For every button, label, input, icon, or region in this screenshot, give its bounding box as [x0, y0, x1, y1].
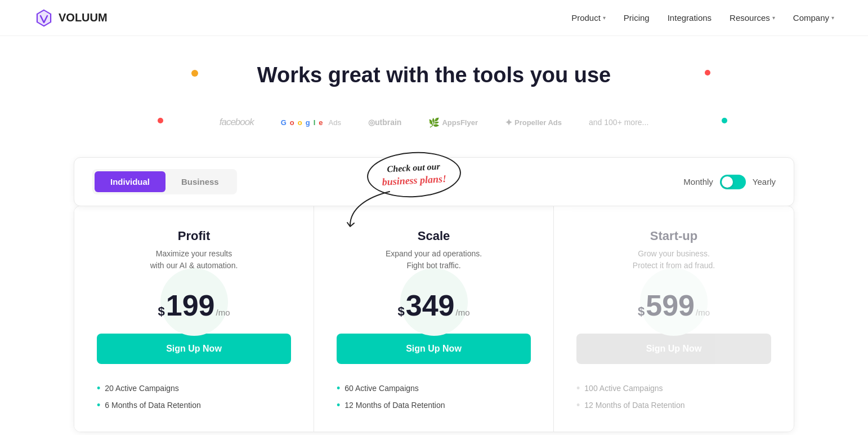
- callout-arrow: [344, 186, 412, 231]
- startup-price-period: /mo: [696, 308, 710, 317]
- billing-toggle-switch[interactable]: [720, 175, 746, 189]
- list-item: 12 Months of Data Retention: [576, 397, 771, 414]
- nav-product[interactable]: Product ▾: [571, 13, 606, 23]
- profit-card: Profit Maximize your resultswith our AI …: [74, 206, 314, 432]
- startup-card: Start-up Grow your business.Protect it f…: [554, 206, 794, 432]
- startup-card-title: Start-up: [576, 229, 771, 243]
- dot-teal: [722, 118, 727, 123]
- propeller-ads-logo: ✦ Propeller Ads: [505, 117, 562, 128]
- outbrain-logo: ◎utbrain: [368, 118, 401, 127]
- startup-price-dollar: $: [638, 304, 645, 319]
- nav-integrations[interactable]: Integrations: [668, 13, 712, 23]
- startup-features: 100 Active Campaigns 12 Months of Data R…: [576, 380, 771, 414]
- google-ads-logo: GoogleAds: [281, 118, 341, 127]
- startup-price-wrap: $ 599 /mo: [576, 291, 771, 320]
- chevron-down-icon: ▾: [772, 15, 775, 21]
- more-integrations: and 100+ more...: [589, 118, 648, 127]
- monthly-label: Monthly: [683, 177, 713, 187]
- scale-signup-button[interactable]: Sign Up Now: [337, 334, 531, 364]
- startup-price-amount: 599: [646, 291, 695, 320]
- list-item: 20 Active Campaigns: [97, 380, 291, 397]
- dot-red-top: [705, 70, 710, 76]
- dot-red-left: [158, 118, 163, 123]
- callout-bubble-wrap: Check out our business plans!: [367, 152, 461, 197]
- pricing-cards: Profit Maximize your resultswith our AI …: [74, 206, 794, 432]
- logo-icon: [34, 8, 54, 28]
- profit-price-period: /mo: [216, 308, 230, 317]
- chevron-down-icon: ▾: [831, 15, 834, 21]
- profit-features: 20 Active Campaigns 6 Months of Data Ret…: [97, 380, 291, 414]
- yearly-label: Yearly: [753, 177, 776, 187]
- list-item: 12 Months of Data Retention: [337, 397, 531, 414]
- nav-resources[interactable]: Resources ▾: [730, 13, 775, 23]
- hero-title: Works great with the tools you use: [237, 63, 631, 87]
- profit-signup-button[interactable]: Sign Up Now: [97, 334, 291, 364]
- scale-price-wrap: $ 349 /mo: [337, 291, 531, 320]
- scale-features: 60 Active Campaigns 12 Months of Data Re…: [337, 380, 531, 414]
- dot-orange: [191, 70, 198, 77]
- navbar: VOLUUM Product ▾ Pricing Integrations Re…: [0, 0, 868, 36]
- business-plan-button[interactable]: Business: [165, 171, 235, 192]
- toggle-knob: [722, 176, 733, 188]
- startup-signup-button[interactable]: Sign Up Now: [576, 334, 771, 364]
- profit-price-amount: 199: [166, 291, 215, 320]
- scale-card: Scale Expand your ad operations.Fight bo…: [314, 206, 554, 432]
- profit-price-dollar: $: [158, 304, 164, 319]
- chevron-down-icon: ▾: [603, 15, 606, 21]
- list-item: 60 Active Campaigns: [337, 380, 531, 397]
- facebook-logo: facebook: [220, 117, 254, 128]
- profit-card-title: Profit: [97, 229, 291, 243]
- nav-company[interactable]: Company ▾: [793, 13, 834, 23]
- appsflyer-logo: 🌿 AppsFlyer: [428, 117, 478, 128]
- scale-price-dollar: $: [397, 304, 404, 319]
- scale-price-period: /mo: [456, 308, 470, 317]
- nav-links: Product ▾ Pricing Integrations Resources…: [571, 13, 834, 23]
- billing-toggle: Monthly Yearly: [683, 175, 776, 189]
- list-item: 6 Months of Data Retention: [97, 397, 291, 414]
- plan-toggle: Individual Business: [92, 169, 237, 194]
- list-item: 100 Active Campaigns: [576, 380, 771, 397]
- hero-section: Works great with the tools you use: [0, 36, 868, 99]
- nav-pricing[interactable]: Pricing: [624, 13, 650, 23]
- pricing-controls: Individual Business Check out our busine…: [74, 157, 794, 206]
- profit-price-wrap: $ 199 /mo: [97, 291, 291, 320]
- individual-plan-button[interactable]: Individual: [95, 171, 165, 192]
- integrations-logos: facebook GoogleAds ◎utbrain 🌿 AppsFlyer …: [0, 99, 868, 146]
- scale-price-amount: 349: [406, 291, 455, 320]
- logo[interactable]: VOLUUM: [34, 8, 108, 28]
- pricing-section: Individual Business Check out our busine…: [40, 146, 828, 435]
